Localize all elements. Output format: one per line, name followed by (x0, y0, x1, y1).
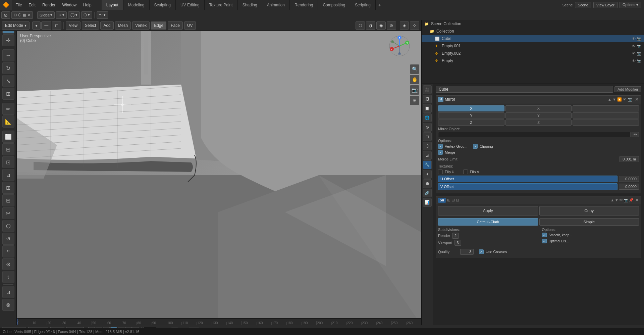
hb-mesh[interactable]: Mesh (115, 21, 131, 30)
e001-render-icon[interactable]: 📷 (637, 44, 641, 48)
view-layer-selector[interactable]: View Layer (593, 2, 618, 8)
e002-visibility-icon[interactable]: 👁 (631, 51, 636, 56)
tool-spin[interactable]: ↺ (2, 233, 14, 245)
subdiv-down-icon[interactable]: ▼ (615, 198, 619, 202)
e002-render-icon[interactable]: 📷 (637, 51, 641, 56)
toolbar2-icon1[interactable]: ⊙ (1, 11, 10, 19)
menu-render[interactable]: Render (39, 0, 59, 10)
clipping-checkbox[interactable]: ✓ (473, 144, 478, 149)
tab-scripting[interactable]: Scripting (350, 0, 376, 10)
v-offset-field[interactable]: V Offset (438, 183, 618, 190)
prop-tab-scene[interactable]: 🌐 (423, 113, 432, 122)
optimal-checkbox[interactable]: ✓ (542, 239, 547, 243)
hb-select[interactable]: Select (82, 21, 99, 30)
subdiv-visibility-icon[interactable]: 👁 (619, 198, 623, 202)
prop-tab-output[interactable]: 🖼 (423, 95, 432, 103)
toolbar2-falloff[interactable]: ⬡ ▾ (81, 11, 92, 19)
scene-selector[interactable]: Scene (575, 2, 591, 8)
prop-tab-render[interactable]: 🎥 (423, 85, 432, 94)
prop-tab-mesh[interactable]: ⬡ (423, 142, 432, 150)
toolbar2-transform-pivot[interactable]: Global ▾ (37, 11, 55, 19)
subdiv-render-icon[interactable]: 📷 (624, 198, 628, 202)
menu-window[interactable]: Window (59, 0, 80, 10)
vp-grid[interactable]: ⊞ (410, 96, 419, 105)
tool-shear[interactable]: ⊿ (2, 286, 14, 298)
mirror-object-input[interactable] (438, 132, 631, 137)
outliner-collection[interactable]: 📁 Collection (422, 28, 644, 35)
tool-edge-slide[interactable]: ↕ (2, 271, 14, 283)
menu-file[interactable]: File (12, 0, 25, 10)
hb-face[interactable]: Face (168, 21, 183, 30)
vertex-groups-checkbox[interactable]: ✓ (438, 144, 443, 149)
prop-tab-constraints[interactable]: 🔗 (423, 189, 432, 197)
tab-rendering[interactable]: Rendering (290, 0, 318, 10)
tool-poly-build[interactable]: ⬡ (2, 220, 14, 232)
prop-tab-world[interactable]: ⊙ (423, 123, 432, 132)
options-button[interactable]: Options ▾ (620, 2, 641, 8)
gizmo-btn[interactable]: ⊹ (410, 21, 419, 30)
subdiv-close-btn[interactable]: ✕ (635, 197, 639, 203)
hb-vertex[interactable]: Vertex (132, 21, 150, 30)
tool-bevel[interactable]: ⊿ (2, 169, 14, 181)
tool-scale[interactable]: ⤡ (2, 75, 14, 87)
render-value[interactable]: 2 (452, 233, 459, 239)
tool-cursor[interactable]: ✛ (2, 34, 14, 46)
shading-render[interactable]: ⊙ (387, 21, 396, 30)
tab-shading[interactable]: Shading (238, 0, 262, 10)
mesh-type-vert[interactable]: ● (32, 21, 41, 30)
tool-loop-cut[interactable]: ⊞ (2, 182, 14, 194)
tool-inset[interactable]: ⊡ (2, 156, 14, 168)
outliner-cube[interactable]: ⬜ Cube 👁 📷 (422, 35, 644, 42)
shading-material[interactable]: ◉ (376, 21, 386, 30)
tool-randomize[interactable]: ⊛ (2, 258, 14, 270)
hb-view[interactable]: View (66, 21, 80, 30)
tab-sculpting[interactable]: Sculpting (150, 0, 176, 10)
mirror-z-btn[interactable]: Z (438, 119, 504, 126)
tool-rotate[interactable]: ↻ (2, 62, 14, 74)
shading-solid[interactable]: ◑ (366, 21, 375, 30)
apply-button[interactable]: Apply (438, 206, 538, 216)
e001-visibility-icon[interactable]: 👁 (631, 44, 636, 48)
mirror-x-btn[interactable]: X (438, 105, 504, 111)
outliner-empty[interactable]: ✛ Empty 👁 📷 (422, 57, 644, 64)
empty-visibility-icon[interactable]: 👁 (631, 59, 636, 63)
catmull-clark-btn[interactable]: Catmull-Clark (438, 218, 538, 226)
hb-edge[interactable]: Edge (151, 21, 166, 30)
tool-offset-edge[interactable]: ⊟ (2, 194, 14, 206)
mirror-object-picker[interactable]: ✏ (632, 132, 639, 137)
vp-camera[interactable]: 📷 (410, 85, 419, 95)
prop-tab-particles[interactable]: ✦ (423, 170, 432, 179)
outliner-scene-collection[interactable]: 📁 Scene Collection (422, 20, 644, 28)
subdiv-up-icon[interactable]: ▲ (610, 198, 614, 202)
use-creases-checkbox[interactable]: ✓ (479, 249, 484, 254)
cube-render-icon[interactable]: 📷 (637, 37, 641, 41)
viewport-gizmo[interactable]: Z Y X (388, 34, 411, 58)
tab-animation[interactable]: Animation (262, 0, 290, 10)
mirror-y-btn[interactable]: Y (438, 112, 504, 118)
smooth-checkbox[interactable]: ✓ (542, 233, 547, 237)
quality-value[interactable]: 3 (460, 249, 474, 255)
outliner-empty002[interactable]: ✛ Empty.002 👁 📷 (422, 50, 644, 57)
merge-limit-value[interactable]: 0.001 m (620, 156, 639, 162)
mesh-type-face[interactable]: ◻ (52, 21, 61, 30)
shading-wire[interactable]: ⬡ (356, 21, 365, 30)
tool-rip[interactable]: ⊗ (2, 299, 14, 311)
prop-tab-data[interactable]: 📊 (423, 198, 432, 207)
hb-add[interactable]: Add (100, 21, 113, 30)
mesh-type-edge[interactable]: — (41, 21, 51, 30)
outliner-empty001[interactable]: ✛ Empty.001 👁 📷 (422, 42, 644, 50)
tab-uv-editing[interactable]: UV Editing (176, 0, 205, 10)
overlay-btn[interactable]: ◈ (400, 21, 409, 30)
v-offset-value[interactable]: 0.0000 (619, 184, 639, 190)
add-workspace-button[interactable]: + (376, 0, 384, 10)
toolbar2-mode-select[interactable]: ⊡⬡▦✕ (11, 11, 33, 19)
empty-render-icon[interactable]: 📷 (637, 59, 641, 63)
tab-texture-paint[interactable]: Texture Paint (205, 0, 238, 10)
add-modifier-button[interactable]: Add Modifier (614, 86, 641, 92)
vp-pan[interactable]: ✋ (410, 75, 419, 84)
prop-tab-physics[interactable]: ⬢ (423, 179, 432, 188)
prop-tab-modifier[interactable]: 🔧 (423, 160, 432, 169)
mirror-modifier-close[interactable]: ✕ (635, 97, 639, 102)
tool-measure[interactable]: 📐 (2, 115, 14, 128)
tool-smooth[interactable]: ≈ (2, 245, 14, 257)
